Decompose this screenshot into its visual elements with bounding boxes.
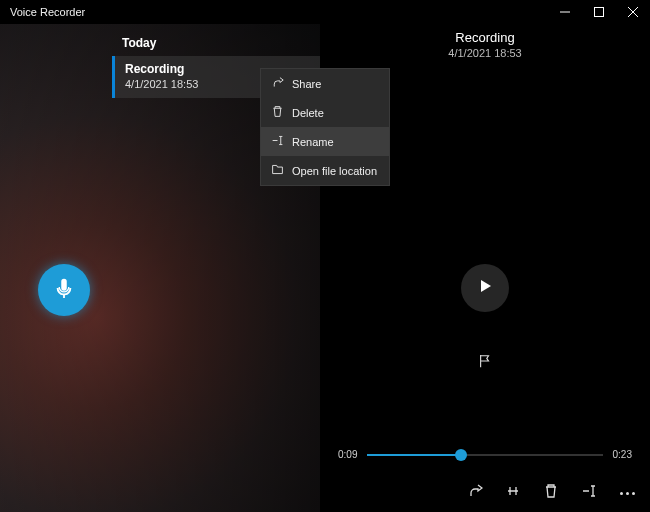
svg-rect-0 [595, 8, 604, 17]
duration: 0:23 [613, 449, 632, 460]
trash-icon [271, 105, 284, 120]
rename-icon [581, 483, 597, 503]
detail-date: 4/1/2021 18:53 [448, 47, 521, 59]
detail-title: Recording [448, 30, 521, 45]
seek-thumb[interactable] [455, 449, 467, 461]
current-time: 0:09 [338, 449, 357, 460]
voice-recorder-app: Voice Recorder Today Recording 4/1/2021 … [0, 0, 650, 512]
close-button[interactable] [616, 0, 650, 24]
trim-button[interactable] [504, 484, 522, 502]
trim-icon [505, 483, 521, 503]
flag-icon [478, 354, 492, 372]
minimize-button[interactable] [548, 0, 582, 24]
record-button[interactable] [38, 264, 90, 316]
share-button[interactable] [466, 484, 484, 502]
rename-icon [271, 134, 284, 149]
add-marker-button[interactable] [476, 354, 494, 372]
context-delete[interactable]: Delete [261, 98, 389, 127]
detail-header: Recording 4/1/2021 18:53 [448, 30, 521, 59]
context-open-location-label: Open file location [292, 165, 377, 177]
context-share-label: Share [292, 78, 321, 90]
context-share[interactable]: Share [261, 69, 389, 98]
delete-button[interactable] [542, 484, 560, 502]
context-rename-label: Rename [292, 136, 334, 148]
folder-icon [271, 163, 284, 178]
app-title: Voice Recorder [10, 6, 85, 18]
context-delete-label: Delete [292, 107, 324, 119]
play-icon [477, 278, 493, 298]
play-button[interactable] [461, 264, 509, 312]
context-rename[interactable]: Rename [261, 127, 389, 156]
share-icon [467, 483, 483, 503]
more-button[interactable] [618, 484, 636, 502]
rename-button[interactable] [580, 484, 598, 502]
group-header-today: Today [112, 30, 320, 56]
mic-icon [53, 277, 75, 303]
seek-fill [367, 454, 461, 456]
context-open-location[interactable]: Open file location [261, 156, 389, 185]
share-icon [271, 76, 284, 91]
window-controls [548, 0, 650, 24]
maximize-button[interactable] [582, 0, 616, 24]
context-menu: Share Delete Rename Open file location [260, 68, 390, 186]
trash-icon [543, 483, 559, 503]
seek-track[interactable] [367, 454, 602, 456]
bottom-toolbar [466, 484, 636, 502]
timeline: 0:09 0:23 [338, 449, 632, 460]
titlebar: Voice Recorder [0, 0, 650, 24]
more-icon [620, 492, 635, 495]
